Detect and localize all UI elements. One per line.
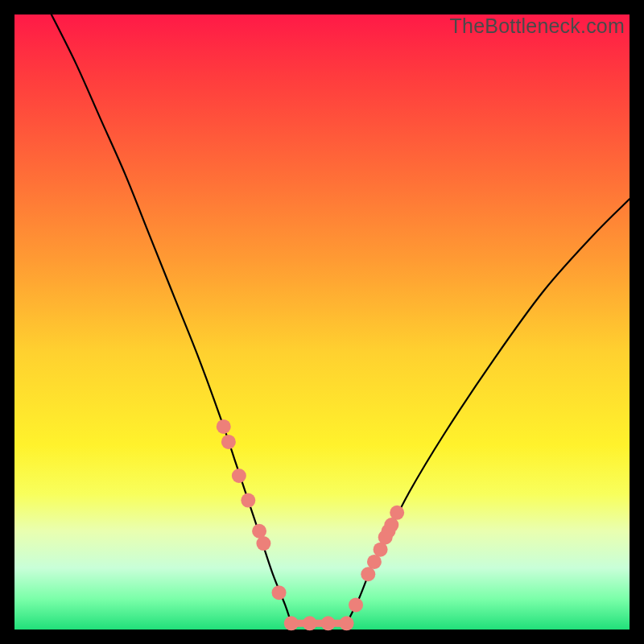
marker-dot <box>303 616 317 630</box>
marker-dot <box>390 506 404 520</box>
marker-dot <box>252 524 266 539</box>
marker-dot <box>221 435 236 449</box>
marker-dot <box>321 616 336 630</box>
marker-dot <box>232 469 246 483</box>
chart-plot-area: TheBottleneck.com <box>14 14 630 630</box>
marker-dot <box>256 536 270 551</box>
marker-dot <box>217 419 231 434</box>
marker-dot <box>367 555 382 569</box>
marker-dot <box>340 616 354 630</box>
marker-dot <box>241 493 255 508</box>
marker-dot <box>284 616 299 630</box>
marker-dot <box>349 597 363 612</box>
right-curve <box>347 199 630 623</box>
marker-dots <box>217 419 404 630</box>
marker-dot <box>272 585 287 600</box>
chart-svg <box>14 14 630 630</box>
marker-dot <box>361 567 375 581</box>
